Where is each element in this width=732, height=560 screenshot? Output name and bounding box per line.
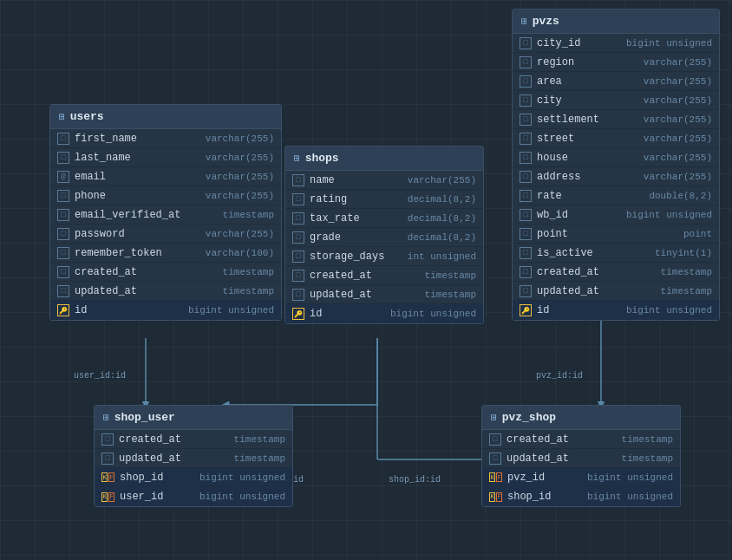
table-users-header: ⊞ users (50, 105, 281, 129)
type-email: varchar(255) (206, 172, 274, 182)
type-point: point (683, 229, 712, 239)
row-pvz-shop-shop-id: KF shop_id bigint unsigned (482, 487, 680, 506)
field-last-name: last_name (75, 152, 200, 164)
row-rating: □ rating decimal(8,2) (285, 190, 483, 209)
icon-is-active: □ (520, 247, 532, 259)
type-pvz-shop-shop-id: bigint unsigned (587, 492, 673, 502)
icon-rating: □ (292, 193, 304, 205)
type-wb-id: bigint unsigned (626, 210, 712, 220)
icon-street: □ (520, 133, 532, 145)
icon-shop-user-updated-at: □ (101, 453, 114, 465)
icon-city-id: □ (520, 37, 532, 49)
field-pvzs-created-at: created_at (537, 266, 656, 278)
type-name: varchar(255) (408, 175, 476, 186)
row-shops-updated-at: □ updated_at timestamp (285, 285, 483, 304)
type-is-active: tinyint(1) (655, 248, 712, 258)
row-shop-user-updated-at: □ updated_at timestamp (95, 449, 292, 468)
field-first-name: first_name (75, 133, 200, 145)
icon-users-created-at: □ (57, 266, 69, 278)
field-pvz-shop-pvz-id: pvz_id (507, 472, 582, 484)
type-shops-updated-at: timestamp (425, 290, 476, 300)
row-region: □ region varchar(255) (513, 53, 719, 72)
table-icon-users: ⊞ (59, 111, 65, 122)
field-shop-user-user-id: user_id (120, 491, 194, 503)
field-shop-user-updated-at: updated_at (119, 453, 229, 465)
field-city-id: city_id (537, 37, 621, 49)
field-is-active: is_active (537, 247, 650, 259)
type-city: varchar(255) (644, 95, 712, 106)
row-phone: □ phone varchar(255) (50, 186, 281, 205)
table-shops-header: ⊞ shops (285, 147, 483, 171)
table-pvzs: ⊞ pvzs □ city_id bigint unsigned □ regio… (512, 9, 720, 321)
row-rate: □ rate double(8,2) (513, 186, 719, 205)
type-shops-created-at: timestamp (425, 270, 476, 281)
relation-label-shop-id-2: shop_id:id (389, 475, 441, 485)
type-shop-user-shop-id: bigint unsigned (199, 472, 285, 483)
type-storage-days: int unsigned (408, 251, 476, 262)
icon-shops-updated-at: □ (292, 289, 304, 301)
icon-shops-created-at: □ (292, 270, 304, 282)
table-pvzs-title: pvzs (533, 15, 559, 28)
field-house: house (537, 152, 638, 164)
table-pvzs-header: ⊞ pvzs (513, 10, 719, 34)
icon-pvz-shop-shop-id: KF (489, 492, 502, 502)
type-shop-user-created-at: timestamp (234, 434, 285, 445)
field-password: password (75, 228, 200, 240)
row-shop-user-created-at: □ created_at timestamp (95, 430, 292, 449)
type-pvzs-updated-at: timestamp (661, 286, 712, 296)
field-name: name (310, 174, 402, 186)
row-point: □ point point (513, 225, 719, 244)
icon-address: □ (520, 171, 532, 183)
row-pvz-shop-updated-at: □ updated_at timestamp (482, 449, 680, 468)
icon-email-verified-at: □ (57, 209, 69, 221)
icon-point: □ (520, 228, 532, 240)
type-house: varchar(255) (644, 153, 712, 163)
icon-rate: □ (520, 190, 532, 202)
field-storage-days: storage_days (310, 251, 402, 263)
icon-users-id: 🔑 (57, 304, 69, 316)
row-address: □ address varchar(255) (513, 167, 719, 186)
type-pvzs-created-at: timestamp (661, 267, 712, 277)
field-shops-updated-at: updated_at (310, 289, 420, 301)
row-pvz-shop-created-at: □ created_at timestamp (482, 430, 680, 449)
field-street: street (537, 133, 638, 145)
type-first-name: varchar(255) (206, 133, 274, 144)
type-phone: varchar(255) (206, 191, 274, 201)
row-city-id: □ city_id bigint unsigned (513, 34, 719, 53)
row-shops-created-at: □ created_at timestamp (285, 266, 483, 285)
icon-pvz-shop-created-at: □ (489, 433, 501, 446)
field-grade: grade (310, 231, 402, 244)
row-storage-days: □ storage_days int unsigned (285, 247, 483, 266)
row-last-name: □ last_name varchar(255) (50, 148, 281, 167)
type-users-id: bigint unsigned (188, 305, 274, 316)
table-icon-shop-user: ⊞ (103, 412, 109, 423)
field-pvzs-id: id (537, 304, 621, 316)
table-pvz-shop-header: ⊞ pvz_shop (482, 406, 680, 430)
row-house: □ house varchar(255) (513, 148, 719, 167)
type-city-id: bigint unsigned (626, 38, 712, 49)
row-first-name: □ first_name varchar(255) (50, 129, 281, 148)
field-shops-id: id (310, 308, 385, 320)
type-street: varchar(255) (644, 133, 712, 144)
table-shop-user: ⊞ shop_user □ created_at timestamp □ upd… (94, 405, 293, 507)
field-point: point (537, 228, 678, 240)
type-remember-token: varchar(100) (206, 248, 274, 258)
relation-label-pvz-id: pvz_id:id (536, 371, 583, 381)
row-grade: □ grade decimal(8,2) (285, 228, 483, 247)
type-shops-id: bigint unsigned (390, 309, 476, 319)
icon-name: □ (292, 174, 304, 186)
field-pvz-shop-created-at: created_at (507, 433, 617, 446)
type-tax-rate: decimal(8,2) (408, 213, 476, 224)
row-wb-id: □ wb_id bigint unsigned (513, 205, 719, 225)
type-grade: decimal(8,2) (408, 232, 476, 243)
row-email: @ email varchar(255) (50, 167, 281, 186)
row-tax-rate: □ tax_rate decimal(8,2) (285, 209, 483, 228)
icon-region: □ (520, 56, 532, 68)
table-icon-pvz-shop: ⊞ (491, 412, 497, 423)
row-pvz-shop-pvz-id: KF pvz_id bigint unsigned (482, 468, 680, 487)
icon-pvzs-created-at: □ (520, 266, 532, 278)
field-wb-id: wb_id (537, 209, 621, 221)
icon-email: @ (57, 171, 69, 183)
icon-wb-id: □ (520, 209, 532, 221)
field-area: area (537, 75, 638, 88)
